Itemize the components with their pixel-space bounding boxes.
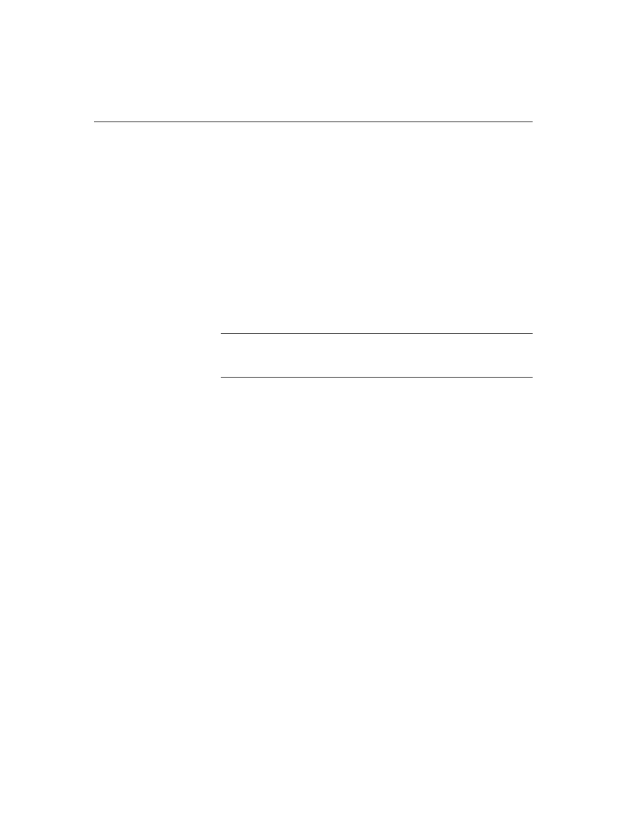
horizontal-rule [221,333,533,334]
horizontal-rule [94,122,533,122]
horizontal-rule [221,377,533,377]
